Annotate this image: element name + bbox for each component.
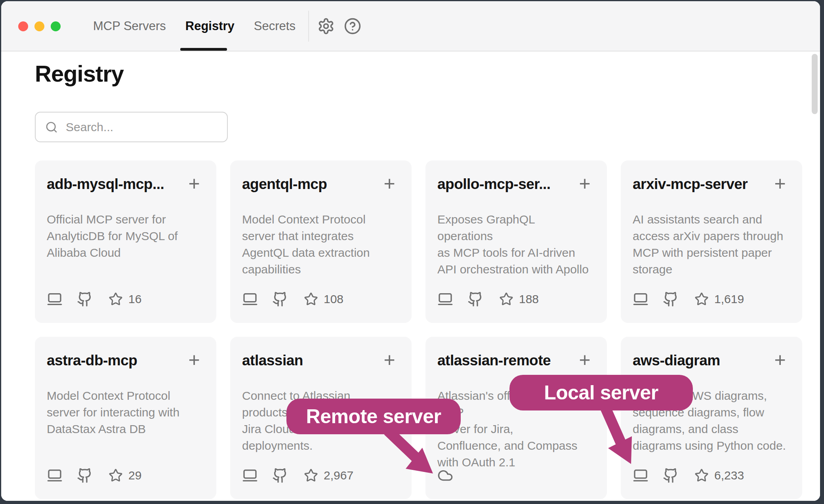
search-icon [45, 121, 58, 134]
server-name: atlassian-remote [437, 352, 576, 369]
github-icon[interactable] [77, 291, 93, 307]
laptop-icon [437, 291, 453, 307]
server-name: aws-diagram [633, 352, 771, 369]
settings-button[interactable] [316, 16, 336, 36]
search-box [35, 112, 228, 142]
callout-local-server: Local server [509, 375, 693, 410]
add-server-button[interactable]: + [184, 172, 204, 195]
star-icon [304, 292, 318, 306]
zoom-button[interactable] [51, 21, 61, 31]
server-name: adb-mysql-mcp... [47, 176, 185, 193]
star-badge: 2,967 [304, 468, 353, 483]
star-count: 29 [128, 469, 141, 482]
star-icon [109, 292, 123, 306]
callout-remote-server: Remote server [286, 399, 461, 434]
minimize-button[interactable] [34, 21, 44, 31]
star-badge: 188 [499, 292, 539, 306]
server-meta: 188 [437, 291, 539, 307]
server-description: Model Context Protocol server for intera… [47, 388, 203, 437]
close-button[interactable] [18, 21, 28, 31]
active-tab-indicator [180, 48, 227, 51]
server-meta: 108 [242, 291, 343, 307]
star-icon [109, 468, 123, 483]
titlebar: MCP Servers Registry Secrets [1, 1, 820, 52]
server-description: AI assistants search and access arXiv pa… [633, 211, 789, 278]
laptop-icon [242, 291, 258, 307]
laptop-icon [47, 291, 63, 307]
star-badge: 29 [109, 468, 141, 483]
tab-mcp-servers[interactable]: MCP Servers [93, 19, 166, 33]
add-server-button[interactable]: + [770, 349, 790, 371]
registry-page: Registry adb-mysql-mcp... + Official MCP… [1, 52, 820, 501]
server-name: arxiv-mcp-server [633, 176, 771, 193]
server-name: agentql-mcp [242, 176, 381, 193]
help-button[interactable] [343, 16, 362, 36]
cloud-icon [437, 468, 453, 483]
server-name: astra-db-mcp [47, 352, 185, 369]
add-server-button[interactable]: + [184, 349, 204, 371]
star-icon [499, 292, 513, 306]
laptop-icon [633, 291, 649, 307]
add-server-button[interactable]: + [574, 172, 595, 195]
server-meta [437, 468, 453, 483]
server-name: apollo-mcp-ser... [437, 176, 576, 193]
server-card: apollo-mcp-ser... + Exposes GraphQL oper… [425, 160, 607, 323]
tab-bar: MCP Servers Registry Secrets [93, 1, 296, 51]
server-description: Exposes GraphQL operations as MCP tools … [437, 211, 593, 278]
github-icon[interactable] [272, 468, 288, 483]
server-card: aws-diagram + Generate AWS diagrams, seq… [621, 337, 802, 499]
add-server-button[interactable]: + [770, 172, 790, 195]
star-count: 108 [324, 292, 343, 306]
help-icon [344, 17, 361, 35]
add-server-button[interactable]: + [379, 349, 400, 371]
add-server-button[interactable]: + [379, 172, 400, 195]
server-meta: 2,967 [242, 468, 353, 483]
app-window: MCP Servers Registry Secrets Registry [1, 1, 820, 501]
star-icon [694, 292, 709, 306]
titlebar-divider [308, 11, 309, 42]
server-meta: 6,233 [633, 468, 744, 483]
star-badge: 6,233 [694, 468, 744, 483]
star-count: 1,619 [714, 292, 744, 306]
server-meta: 1,619 [633, 291, 744, 307]
github-icon[interactable] [77, 468, 93, 483]
server-meta: 16 [47, 291, 141, 307]
laptop-icon [47, 468, 63, 483]
search-input[interactable] [65, 120, 221, 134]
tab-secrets[interactable]: Secrets [254, 19, 296, 33]
traffic-lights [18, 21, 61, 31]
scrollbar-thumb[interactable] [812, 54, 818, 114]
gear-icon [317, 17, 335, 35]
laptop-icon [633, 468, 649, 483]
server-description: Official MCP server for AnalyticDB for M… [47, 211, 203, 261]
laptop-icon [242, 468, 258, 483]
star-count: 6,233 [714, 469, 744, 482]
github-icon[interactable] [467, 291, 483, 307]
server-description: Model Context Protocol server that integ… [242, 211, 398, 278]
server-meta: 29 [47, 468, 141, 483]
github-icon[interactable] [663, 291, 679, 307]
page-title: Registry [35, 60, 124, 87]
server-card: astra-db-mcp + Model Context Protocol se… [35, 337, 216, 499]
star-count: 16 [128, 292, 141, 306]
server-card: agentql-mcp + Model Context Protocol ser… [230, 160, 412, 323]
star-badge: 1,619 [694, 292, 744, 306]
server-name: atlassian [242, 352, 381, 369]
server-grid: adb-mysql-mcp... + Official MCP server f… [35, 160, 802, 499]
github-icon[interactable] [272, 291, 288, 307]
star-badge: 108 [304, 292, 343, 306]
tab-registry[interactable]: Registry [185, 19, 235, 33]
github-icon[interactable] [663, 468, 679, 483]
star-badge: 16 [109, 292, 141, 306]
star-icon [694, 468, 709, 483]
star-icon [304, 468, 318, 483]
add-server-button[interactable]: + [574, 349, 595, 371]
star-count: 2,967 [324, 469, 353, 482]
server-card: arxiv-mcp-server + AI assistants search … [621, 160, 802, 323]
star-count: 188 [519, 292, 539, 306]
server-card: adb-mysql-mcp... + Official MCP server f… [35, 160, 216, 323]
